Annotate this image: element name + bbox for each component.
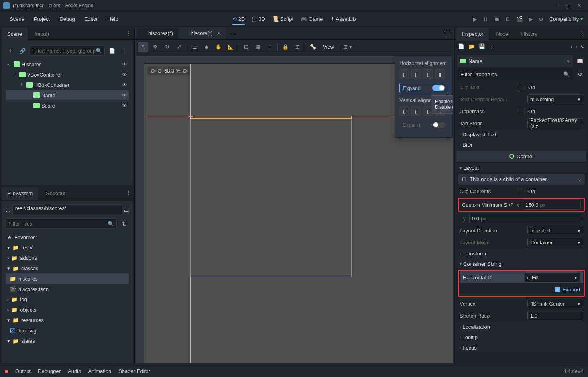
inspector-filter-input[interactable]: Filter Properties🔍	[457, 69, 573, 80]
fs-states[interactable]: ▾📁states	[6, 336, 129, 346]
layout-mode-dropdown[interactable]: Container▾	[527, 238, 583, 247]
tab-scene[interactable]: Scene	[2, 28, 28, 41]
tree-node-vbox[interactable]: └VBoxContainer👁	[6, 69, 129, 80]
custom-min-x-input[interactable]: 150.0px	[523, 200, 581, 210]
visibility-icon[interactable]: 👁	[122, 61, 127, 67]
overrun-dropdown[interactable]: m Nothing▾	[527, 94, 583, 104]
mode-2d[interactable]: ⟲ 2D	[232, 16, 245, 25]
new-resource-button[interactable]: 📄	[458, 43, 464, 49]
link-scene-button[interactable]: 🔗	[18, 46, 27, 55]
layout-dir-dropdown[interactable]: Inherited▾	[527, 226, 583, 235]
v-align-center[interactable]: ▯	[411, 106, 421, 116]
lock-tool[interactable]: 🔒	[280, 42, 291, 52]
menu-help[interactable]: Help	[103, 16, 123, 22]
section-bidi[interactable]: ›BiDi	[456, 139, 586, 150]
inspector-node-name[interactable]: Name▾	[457, 55, 573, 67]
fs-hiscores-tscn[interactable]: 🎬hiscores.tscn	[6, 284, 129, 294]
renderer-dropdown[interactable]: Compatibility ▾	[549, 16, 583, 22]
h-align-center[interactable]: ▯	[411, 69, 421, 79]
toggle-off-icon[interactable]	[433, 122, 445, 128]
maximize-button[interactable]: ▢	[562, 2, 574, 9]
tab-inspector[interactable]: Inspector	[456, 28, 489, 41]
section-tooltip[interactable]: ›Tooltip	[456, 332, 586, 342]
stop-button[interactable]: ⏹	[494, 16, 500, 22]
back-button[interactable]: ‹	[6, 207, 7, 213]
bottom-animation[interactable]: Animation	[88, 368, 111, 374]
minimize-button[interactable]: ─	[551, 2, 562, 9]
add-node-button[interactable]: +	[6, 46, 15, 55]
new-tab-button[interactable]: +	[227, 28, 240, 39]
tab-filesystem[interactable]: FileSystem	[2, 187, 38, 200]
load-resource-button[interactable]: 📂	[468, 43, 475, 49]
render-button[interactable]: ⚙	[539, 16, 544, 22]
rotate-tool[interactable]: ↻	[162, 42, 172, 52]
mode-assetlib[interactable]: ⬇ AssetLib	[330, 16, 356, 22]
scene-filter-input[interactable]: Filter: name, t:type, g:group 🔍	[29, 45, 105, 56]
fs-classes[interactable]: ▾📁classes	[6, 263, 129, 273]
panel-menu-icon[interactable]: ⋮	[123, 190, 134, 196]
menu-editor[interactable]: Editor	[80, 16, 103, 22]
pivot-tool[interactable]: ◆	[201, 42, 212, 52]
fs-resources[interactable]: ▾📁resources	[6, 315, 129, 325]
section-transform[interactable]: ›Transform	[456, 248, 586, 259]
selected-node-outline[interactable]	[190, 116, 352, 119]
group-tool[interactable]: ⊡	[292, 42, 303, 52]
snap-tool[interactable]: ⊞	[241, 42, 251, 52]
attach-script-button[interactable]: 📄	[107, 46, 117, 55]
doc-tab-hiscores[interactable]: hiscores(*)	[136, 28, 178, 39]
doc-tab-hiscore[interactable]: hiscore(*)✕	[179, 28, 226, 39]
scale-tool[interactable]: ⤢	[174, 42, 184, 52]
remote-button[interactable]: 🖥	[505, 16, 511, 22]
checkbox[interactable]	[517, 108, 523, 114]
visibility-icon[interactable]: 👁	[122, 72, 127, 78]
visibility-icon[interactable]: 👁	[122, 82, 127, 88]
fs-floor-svg[interactable]: 🖼floor.svg	[6, 325, 129, 336]
path-input[interactable]: res://classes/hiscores/	[12, 205, 122, 215]
tab-import[interactable]: Import	[29, 28, 55, 41]
checkbox[interactable]	[517, 84, 523, 90]
tree-node-score[interactable]: Score👁	[6, 100, 129, 111]
fs-filter-input[interactable]: Filter Files 🔍	[6, 218, 117, 229]
menu-scene[interactable]: Scene	[5, 16, 29, 22]
zoom-controls[interactable]: ⊕ ⊖ 68.3 % ⊕	[147, 66, 190, 75]
h-align-fill[interactable]: ▮	[435, 69, 445, 79]
section-focus[interactable]: ›Focus	[456, 342, 586, 353]
view-menu[interactable]: View	[320, 44, 337, 50]
save-resource-button[interactable]: 💾	[479, 43, 485, 49]
zoom-reset-icon[interactable]: ⊕	[151, 68, 155, 74]
toggle-on-icon[interactable]	[432, 85, 445, 91]
play-scene-button[interactable]: ▶	[529, 16, 533, 22]
control-class-header[interactable]: Control	[456, 151, 586, 162]
visibility-icon[interactable]: 👁	[122, 103, 127, 109]
grid-tool[interactable]: ▦	[253, 42, 263, 52]
tabstops-field[interactable]: PackedFloat32Array (siz	[527, 118, 583, 128]
stretch-input[interactable]: 1.0	[527, 311, 583, 320]
tree-node-name[interactable]: Name👁	[6, 90, 129, 100]
history-fwd-button[interactable]: ›	[576, 43, 577, 49]
sort-button[interactable]: ⇅	[119, 219, 129, 228]
tree-node-hiscores[interactable]: ▾Hiscores👁	[6, 59, 129, 69]
history-button[interactable]: ↻	[580, 43, 585, 49]
movie-button[interactable]: 🎬	[516, 16, 523, 22]
h-expand-toggle[interactable]: Expand	[399, 83, 448, 93]
tree-node-hbox[interactable]: └HBoxContainer👁	[6, 80, 129, 90]
vertical-dropdown[interactable]: ▯ Shrink Center▾	[527, 299, 583, 308]
mode-game[interactable]: 🎮 Game	[301, 16, 323, 22]
pan-tool[interactable]: ✋	[213, 42, 224, 52]
menu-project[interactable]: Project	[29, 16, 55, 22]
fs-hiscores[interactable]: 📁hiscores	[6, 273, 129, 284]
select-tool[interactable]: ↖	[138, 42, 148, 52]
panel-menu-icon[interactable]: ⋮	[123, 30, 134, 36]
section-container-sizing[interactable]: ▾Container Sizing	[456, 259, 586, 269]
pause-button[interactable]: ⏸	[483, 16, 488, 22]
ruler-tool[interactable]: 📐	[225, 42, 236, 52]
scene-more-button[interactable]: ⋮	[119, 46, 129, 55]
more-tool[interactable]: ⋮	[265, 42, 275, 52]
play-button[interactable]: ▶	[473, 16, 477, 22]
bottom-debugger[interactable]: Debugger	[38, 368, 61, 374]
section-displayed-text[interactable]: ›Displayed Text	[456, 129, 586, 139]
tab-history[interactable]: History	[516, 28, 543, 41]
v-expand-toggle[interactable]: Expand	[399, 120, 448, 130]
section-layout[interactable]: ▾Layout	[456, 163, 586, 173]
history-back-button[interactable]: ‹	[570, 43, 572, 49]
